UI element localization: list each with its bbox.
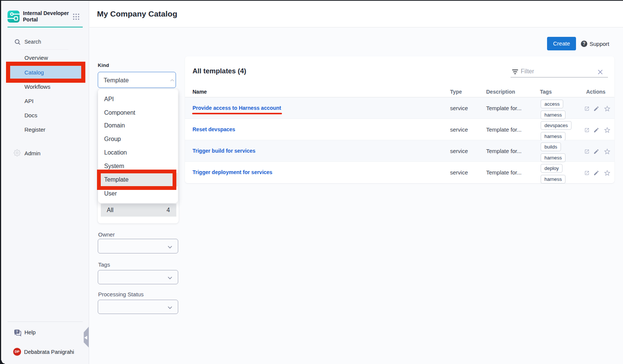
svg-text:?: ? bbox=[16, 330, 18, 334]
